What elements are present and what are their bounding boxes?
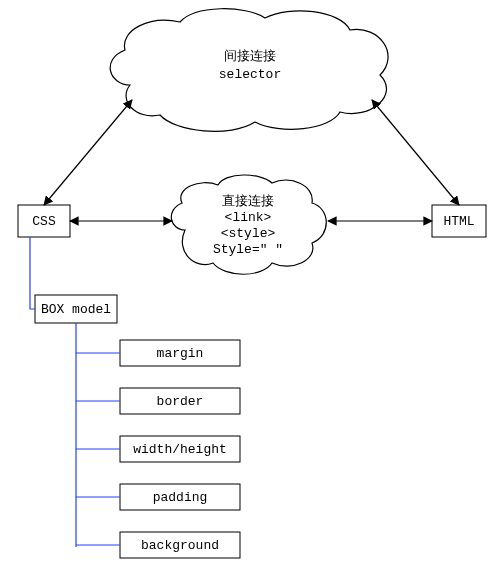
node-padding-label: padding [153,490,208,505]
edge-css-boxmodel [30,237,35,309]
node-background-label: background [141,538,219,553]
node-border: border [120,388,240,414]
node-css: CSS [18,205,70,237]
node-border-label: border [157,394,204,409]
cloud-direct: 直接连接 <link> <style> Style=" " [171,175,326,274]
cloud-direct-link: <link> [225,210,272,225]
cloud-direct-style: <style> [221,226,276,241]
node-html: HTML [432,205,486,237]
node-wh-label: width/height [133,442,227,457]
cloud-indirect-title: 间接连接 [224,48,276,63]
node-margin-label: margin [157,346,204,361]
node-css-label: CSS [32,214,56,229]
cloud-indirect: 间接连接 selector [110,9,388,132]
cloud-direct-inline: Style=" " [213,242,283,257]
node-boxmodel-label: BOX model [41,302,111,317]
cloud-direct-title: 直接连接 [222,193,274,208]
node-boxmodel: BOX model [35,295,117,323]
node-background: background [120,532,240,558]
node-padding: padding [120,484,240,510]
edge-css-topcloud [44,100,132,205]
node-wh: width/height [120,436,240,462]
node-html-label: HTML [443,214,474,229]
node-margin: margin [120,340,240,366]
edge-html-topcloud [372,100,459,205]
cloud-indirect-sub: selector [219,67,281,82]
